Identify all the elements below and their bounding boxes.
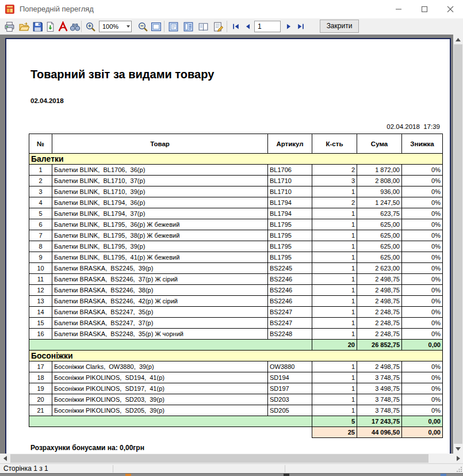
- vertical-scrollbar[interactable]: [453, 35, 463, 454]
- page-width-button[interactable]: [149, 20, 163, 33]
- vertical-scroll-thumb[interactable]: [454, 44, 462, 444]
- subtotal-row: 517 243,750,00: [29, 416, 443, 427]
- resize-grip[interactable]: [457, 466, 462, 472]
- minimize-button[interactable]: [385, 0, 411, 18]
- table-cell: Балетки BLINK, BL1794, 36(р): [52, 197, 268, 208]
- table-cell: Босоніжки PIKOLINOS, SD197, 41(р): [52, 383, 268, 394]
- table-cell: Балетки BRASKA, BS2247, 37(р): [52, 318, 268, 329]
- toolbar-separator: [227, 21, 227, 32]
- table-cell: 16: [29, 329, 52, 340]
- scroll-left-icon[interactable]: [0, 454, 10, 463]
- export-button[interactable]: [43, 20, 57, 33]
- edit-page-button[interactable]: [211, 20, 225, 33]
- maximize-button[interactable]: [411, 0, 437, 18]
- table-cell: Балетки BLINK, BL1710, 37(р): [52, 176, 268, 186]
- column-header: К-сть: [312, 134, 357, 154]
- table-cell: [29, 340, 312, 351]
- zoom-out-icon: [137, 21, 148, 32]
- report-page: Товарний звіт за видами товару 02.04.201…: [5, 38, 451, 454]
- table-cell: 0%: [402, 372, 443, 383]
- table-cell: 1: [312, 329, 357, 340]
- find-button[interactable]: [68, 20, 82, 33]
- report-date: 02.04.2018: [30, 97, 64, 104]
- table-cell: 2 498,75: [357, 361, 402, 372]
- table-cell: 3 748,75: [357, 405, 402, 416]
- table-row: 21Босоніжки PIKOLINOS, SD205, 39(р)SD205…: [29, 405, 443, 416]
- table-row: 17Босоніжки Clarks, OW3880, 39(р)OW38801…: [29, 361, 443, 372]
- scroll-up-icon[interactable]: [453, 35, 463, 44]
- table-cell: Босоніжки PIKOLINOS, SD205, 39(р): [52, 405, 268, 416]
- close-preview-button[interactable]: Закрити: [320, 20, 359, 33]
- table-row: 1Балетки BLINK, BL1706, 36(р)BL170621 87…: [29, 165, 443, 176]
- table-cell: 7: [29, 230, 52, 241]
- first-page-icon: [232, 22, 240, 31]
- table-cell: Босоніжки: [29, 351, 443, 361]
- table-cell: 17: [29, 361, 52, 372]
- table-cell: BS2247: [268, 318, 312, 329]
- title-bar: Попередній перегляд: [0, 0, 463, 18]
- table-cell: 20: [312, 340, 357, 351]
- table-cell: 1: [29, 165, 52, 176]
- table-cell: 0%: [402, 186, 443, 197]
- zoom-out-button[interactable]: [136, 20, 150, 33]
- report-footer: Розрахунки бонусами на: 0,00грн: [30, 444, 144, 452]
- close-button[interactable]: [437, 0, 463, 18]
- table-cell: 0%: [402, 405, 443, 416]
- prev-page-button[interactable]: [242, 21, 254, 32]
- app-icon: [5, 5, 14, 14]
- table-cell: 17 243,75: [357, 416, 402, 427]
- horizontal-scroll-thumb[interactable]: [10, 454, 428, 463]
- zoom-in-button[interactable]: [83, 20, 97, 33]
- print-button[interactable]: [2, 20, 16, 33]
- table-cell: 9: [29, 252, 52, 263]
- save-button[interactable]: [30, 20, 44, 33]
- table-cell: 2 808,00: [357, 176, 402, 186]
- outline-button[interactable]: [181, 20, 195, 33]
- table-cell: 0,00: [402, 427, 443, 438]
- table-cell: 0%: [402, 329, 443, 340]
- table-cell: Балетки BLINK, BL1706, 36(р): [52, 165, 268, 176]
- page-setup-button[interactable]: [166, 20, 180, 33]
- table-cell: 0%: [402, 241, 443, 252]
- scroll-down-icon[interactable]: [453, 444, 463, 454]
- table-cell: Балетки BLINK, BL1795, 41(р) Ж бежевий: [52, 252, 268, 263]
- first-page-button[interactable]: [230, 21, 242, 32]
- last-page-button[interactable]: [295, 21, 307, 32]
- table-row: 18Босоніжки PIKOLINOS, SD194, 41(р)SD194…: [29, 372, 443, 383]
- thumbnails-button[interactable]: [196, 20, 210, 33]
- table-cell: 0,00: [402, 416, 443, 427]
- next-page-button[interactable]: [283, 21, 294, 32]
- chevron-down-icon: [127, 25, 130, 28]
- table-cell: 1: [312, 241, 357, 252]
- table-cell: 8: [29, 241, 52, 252]
- table-cell: [29, 416, 312, 427]
- report-table-body: Балетки1Балетки BLINK, BL1706, 36(р)BL17…: [29, 154, 443, 438]
- toolbar-separator: [164, 21, 164, 32]
- table-cell: 3: [29, 186, 52, 197]
- table-cell: Босоніжки PIKOLINOS, SD194, 41(р): [52, 372, 268, 383]
- table-cell: 0%: [402, 219, 443, 230]
- statusbar-divider: [285, 465, 285, 473]
- page-number-input[interactable]: [254, 21, 281, 32]
- open-button[interactable]: [17, 20, 30, 33]
- zoom-select[interactable]: 100%: [99, 21, 132, 32]
- export-icon: [45, 21, 56, 32]
- toolbar-separator: [81, 21, 82, 32]
- table-cell: SD197: [268, 383, 312, 394]
- column-header: Сума: [357, 134, 402, 154]
- table-cell: BS2247: [268, 307, 312, 318]
- table-row: 10Балетки BRASKA, BS2245, 39(р)BS224512 …: [29, 263, 443, 274]
- table-cell: 2 623,00: [357, 263, 402, 274]
- table-row: 15Балетки BRASKA, BS2247, 37(р)BS224712 …: [29, 318, 443, 329]
- scroll-right-icon[interactable]: [453, 454, 463, 463]
- desktop-strip: [0, 473, 463, 476]
- table-cell: Балетки BRASKA, BS2247, 35(р): [52, 307, 268, 318]
- report-title: Товарний звіт за видами товару: [30, 68, 214, 81]
- table-cell: 25: [312, 427, 357, 438]
- table-cell: 1: [312, 405, 357, 416]
- table-cell: BL1795: [268, 241, 312, 252]
- table-cell: 2 248,75: [357, 318, 402, 329]
- section-header-row: Балетки: [29, 154, 443, 165]
- table-cell: 10: [29, 263, 52, 274]
- horizontal-scrollbar[interactable]: [0, 454, 463, 463]
